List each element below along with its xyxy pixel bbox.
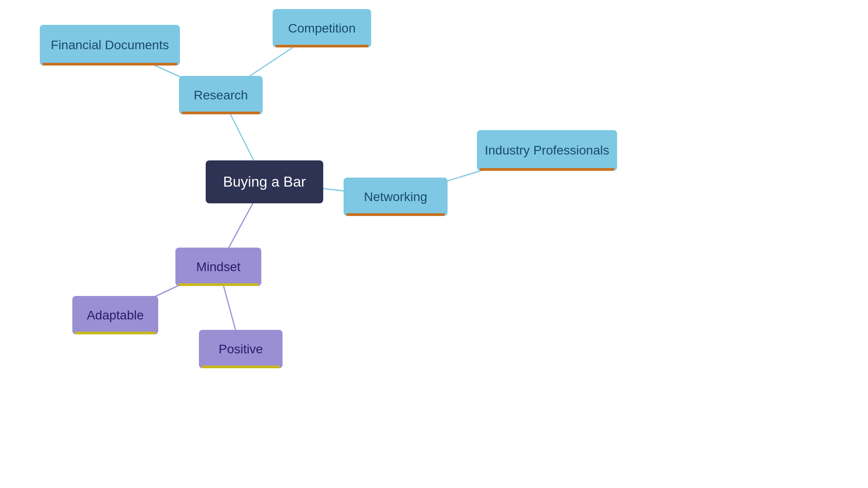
financial-documents-label: Financial Documents xyxy=(51,38,169,52)
competition-bar xyxy=(275,45,368,47)
mindset-label: Mindset xyxy=(196,260,241,274)
networking-label: Networking xyxy=(364,190,427,204)
adaptable-label: Adaptable xyxy=(87,308,144,323)
positive-label: Positive xyxy=(218,342,263,357)
financial-documents-node[interactable]: Financial Documents xyxy=(40,25,180,66)
adaptable-node[interactable]: Adaptable xyxy=(72,296,158,334)
networking-node[interactable]: Networking xyxy=(344,178,448,216)
mindset-node[interactable]: Mindset xyxy=(175,248,261,286)
center-node[interactable]: Buying a Bar xyxy=(206,160,323,203)
networking-bar xyxy=(346,213,445,216)
industry-professionals-node[interactable]: Industry Professionals xyxy=(477,130,617,171)
research-node[interactable]: Research xyxy=(179,76,263,114)
center-node-label: Buying a Bar xyxy=(223,174,306,190)
positive-node[interactable]: Positive xyxy=(199,330,283,368)
positive-bar xyxy=(202,366,280,368)
mindset-bar xyxy=(178,283,259,286)
financial-documents-bar xyxy=(42,63,177,66)
research-label: Research xyxy=(194,88,248,103)
research-bar xyxy=(182,112,260,114)
industry-professionals-bar xyxy=(480,168,614,171)
industry-professionals-label: Industry Professionals xyxy=(485,143,609,158)
competition-node[interactable]: Competition xyxy=(273,9,371,47)
adaptable-bar xyxy=(75,332,156,334)
competition-label: Competition xyxy=(288,21,355,36)
